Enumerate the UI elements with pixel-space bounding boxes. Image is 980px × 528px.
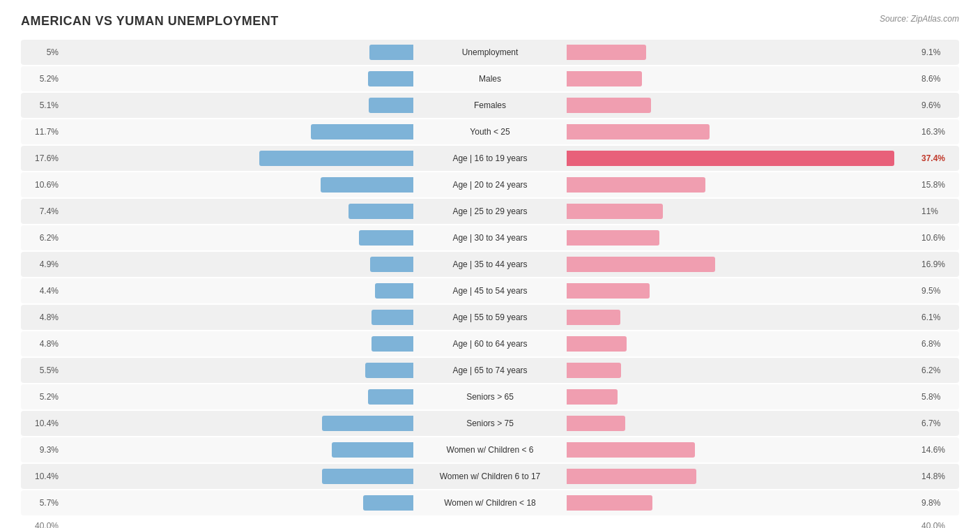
row-label: Seniors > 65 — [413, 392, 567, 402]
american-bar — [349, 204, 413, 219]
right-value: 14.8% — [917, 472, 959, 481]
right-value: 37.4% — [917, 153, 959, 163]
right-value: 8.6% — [917, 74, 959, 84]
american-bar — [372, 310, 413, 325]
left-value: 11.7% — [21, 127, 63, 137]
row-label: Youth < 25 — [413, 127, 567, 137]
chart-header: AMERICAN VS YUMAN UNEMPLOYMENT Source: Z… — [21, 14, 959, 29]
row-label: Age | 45 to 54 years — [413, 286, 567, 296]
left-value: 4.8% — [21, 312, 63, 322]
right-value: 16.9% — [917, 259, 959, 269]
yuman-bar — [567, 442, 695, 458]
right-value: 5.8% — [917, 392, 959, 402]
yuman-bar — [567, 45, 646, 60]
american-bar — [311, 124, 413, 139]
chart-title: AMERICAN VS YUMAN UNEMPLOYMENT — [21, 14, 279, 29]
row-label: Age | 55 to 59 years — [413, 312, 567, 322]
table-row: 6.2%Age | 30 to 34 years10.6% — [21, 225, 959, 250]
yuman-bar — [567, 151, 894, 166]
axis-left-label: 40.0% — [21, 521, 63, 528]
right-value: 9.8% — [917, 498, 959, 508]
table-row: 5.1%Females9.6% — [21, 93, 959, 118]
yuman-bar — [567, 177, 705, 193]
american-bar — [359, 230, 413, 246]
table-row: 11.7%Youth < 2516.3% — [21, 119, 959, 144]
left-value: 7.4% — [21, 206, 63, 216]
left-value: 6.2% — [21, 233, 63, 243]
yuman-bar — [567, 416, 625, 431]
yuman-bar — [567, 124, 710, 139]
table-row: 4.8%Age | 55 to 59 years6.1% — [21, 305, 959, 330]
left-value: 10.6% — [21, 180, 63, 190]
yuman-bar — [567, 71, 642, 86]
american-bar — [322, 416, 413, 431]
yuman-bar — [567, 257, 715, 272]
american-bar — [370, 257, 413, 272]
yuman-bar — [567, 469, 696, 484]
row-label: Age | 20 to 24 years — [413, 180, 567, 190]
left-value: 4.9% — [21, 259, 63, 269]
right-value: 11% — [917, 206, 959, 216]
table-row: 5.5%Age | 65 to 74 years6.2% — [21, 358, 959, 383]
yuman-bar — [567, 230, 659, 246]
yuman-bar — [567, 363, 621, 378]
left-value: 5.7% — [21, 498, 63, 508]
chart-area: 5%Unemployment9.1%5.2%Males8.6%5.1%Femal… — [21, 40, 959, 515]
row-label: Age | 30 to 34 years — [413, 233, 567, 243]
yuman-bar — [567, 283, 650, 299]
table-row: 10.4%Seniors > 756.7% — [21, 411, 959, 436]
left-value: 5.2% — [21, 392, 63, 402]
table-row: 10.6%Age | 20 to 24 years15.8% — [21, 172, 959, 197]
american-bar — [369, 45, 413, 60]
row-label: Unemployment — [413, 47, 567, 57]
row-label: Age | 35 to 44 years — [413, 259, 567, 269]
right-value: 6.7% — [917, 418, 959, 428]
table-row: 4.4%Age | 45 to 54 years9.5% — [21, 278, 959, 303]
american-bar — [332, 442, 413, 458]
table-row: 5%Unemployment9.1% — [21, 40, 959, 65]
row-label: Age | 60 to 64 years — [413, 339, 567, 349]
row-label: Females — [413, 100, 567, 110]
table-row: 4.8%Age | 60 to 64 years6.8% — [21, 331, 959, 356]
row-label: Seniors > 75 — [413, 418, 567, 428]
row-label: Age | 25 to 29 years — [413, 206, 567, 216]
left-value: 10.4% — [21, 472, 63, 481]
american-bar — [259, 151, 413, 166]
american-bar — [368, 389, 413, 405]
left-value: 4.4% — [21, 286, 63, 296]
american-bar — [369, 98, 413, 113]
right-value: 10.6% — [917, 233, 959, 243]
american-bar — [368, 71, 413, 86]
american-bar — [365, 363, 413, 378]
american-bar — [363, 495, 413, 511]
yuman-bar — [567, 389, 618, 405]
left-value: 5.5% — [21, 365, 63, 375]
american-bar — [375, 283, 413, 299]
left-value: 5.2% — [21, 74, 63, 84]
row-label: Age | 65 to 74 years — [413, 365, 567, 375]
row-label: Women w/ Children 6 to 17 — [413, 472, 567, 481]
table-row: 5.2%Males8.6% — [21, 66, 959, 91]
right-value: 9.6% — [917, 100, 959, 110]
left-value: 4.8% — [21, 339, 63, 349]
left-value: 10.4% — [21, 418, 63, 428]
right-value: 9.5% — [917, 286, 959, 296]
chart-source: Source: ZipAtlas.com — [880, 14, 959, 24]
row-label: Women w/ Children < 18 — [413, 498, 567, 508]
right-value: 9.1% — [917, 47, 959, 57]
left-value: 5.1% — [21, 100, 63, 110]
yuman-bar — [567, 310, 620, 325]
row-label: Women w/ Children < 6 — [413, 445, 567, 455]
table-row: 5.7%Women w/ Children < 189.8% — [21, 490, 959, 515]
american-bar — [322, 469, 413, 484]
table-row: 17.6%Age | 16 to 19 years37.4% — [21, 146, 959, 171]
table-row: 4.9%Age | 35 to 44 years16.9% — [21, 252, 959, 277]
yuman-bar — [567, 204, 663, 219]
left-value: 5% — [21, 47, 63, 57]
right-value: 16.3% — [917, 127, 959, 137]
table-row: 7.4%Age | 25 to 29 years11% — [21, 199, 959, 224]
american-bar — [321, 177, 413, 193]
right-value: 6.8% — [917, 339, 959, 349]
chart-container: AMERICAN VS YUMAN UNEMPLOYMENT Source: Z… — [0, 0, 980, 528]
right-value: 15.8% — [917, 180, 959, 190]
